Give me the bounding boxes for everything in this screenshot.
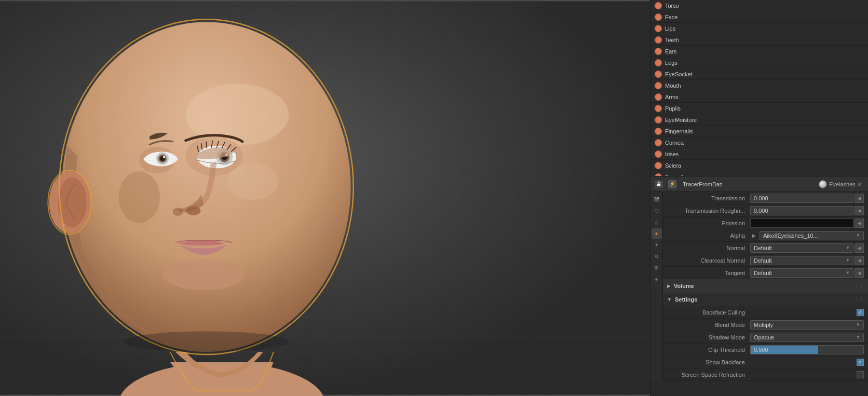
settings-section-header[interactable]: ▼ Settings ⋮⋮ (663, 293, 868, 306)
right-panel: Torso Face Lips Teeth Ears Legs EyeSocke… (650, 0, 868, 396)
blend-mode-row: Blend Mode Multiply ▼ (663, 319, 868, 331)
material-icon-arms (655, 93, 662, 101)
clip-threshold-row: Clip Threshold 0.500 (663, 344, 868, 356)
clearcoat-normal-dropdown[interactable]: Default ▼ (750, 256, 853, 265)
material-item-sclera[interactable]: Sclera (650, 160, 868, 171)
close-panel-button[interactable]: × (856, 180, 864, 188)
material-item-arms[interactable]: Arms (650, 91, 868, 103)
blend-mode-dropdown[interactable]: Multiply ▼ (750, 320, 864, 330)
sidebar-particles-icon[interactable]: ✦ (652, 240, 662, 250)
shadow-mode-value-text: Opaque (754, 334, 774, 340)
sidebar-material-icon[interactable]: ● (652, 228, 662, 239)
volume-section-options: ⋮⋮ (855, 283, 864, 289)
screen-refraction-checkbox[interactable] (857, 371, 864, 378)
material-item-torso[interactable]: Torso (650, 0, 868, 11)
material-item-face[interactable]: Face (650, 11, 868, 23)
materials-list: Torso Face Lips Teeth Ears Legs EyeSocke… (650, 0, 868, 176)
alpha-row: Alpha ▶ Aiko8Eyelashes_10... ▼ (663, 229, 868, 242)
properties-panel: 💾 ⚡ TracerFromDaz Eyelashes × 🎬 ⬡ △ ● ✦ … (650, 176, 868, 396)
material-name-mouth: Mouth (665, 83, 681, 89)
panel-material-name: Eyelashes (829, 181, 856, 187)
normal-expand-btn[interactable]: ◀ (855, 243, 864, 253)
material-item-irises[interactable]: Irises (650, 148, 868, 160)
material-item-lips[interactable]: Lips (650, 23, 868, 34)
material-name-eyesocket: EyeSocket (665, 71, 693, 77)
material-icon-pupils (655, 105, 662, 112)
clip-threshold-value-text: 0.500 (754, 347, 768, 353)
backface-culling-checkbox[interactable]: ✓ (857, 309, 864, 316)
tangent-dropdown[interactable]: Default ▼ (750, 268, 853, 278)
alpha-value-text: Aiko8Eyelashes_10... (763, 233, 818, 239)
tangent-expand-btn[interactable]: ◀ (855, 268, 864, 278)
svg-point-32 (162, 259, 245, 290)
emission-row: Emission ◀ (663, 217, 868, 229)
shadow-mode-dropdown-arrow: ▼ (856, 335, 860, 339)
save-icon[interactable]: 💾 (655, 180, 663, 188)
sidebar-scene-icon[interactable]: 🎬 (652, 194, 662, 204)
material-name-eyemoisture: EyeMoisture (665, 117, 697, 123)
alpha-dropdown-arrow: ▼ (856, 233, 860, 238)
properties-panel-header: 💾 ⚡ TracerFromDaz Eyelashes × (650, 176, 868, 192)
material-sphere-icon (819, 180, 827, 188)
clearcoat-normal-dropdown-arrow: ▼ (846, 258, 850, 263)
material-name-lips: Lips (665, 25, 675, 32)
material-icon-eyesocket (655, 71, 662, 78)
material-icon-sclera (655, 162, 662, 169)
material-name-sclera: Sclera (665, 162, 681, 169)
render-area (0, 0, 650, 396)
material-name-irises: Irises (665, 151, 679, 157)
show-backface-label: Show Backface (667, 359, 750, 365)
blend-mode-dropdown-arrow: ▼ (856, 322, 860, 327)
transmission-roughness-value[interactable]: 0.000 (750, 206, 853, 215)
svg-point-27 (162, 156, 165, 158)
clearcoat-normal-row: Clearcoat Normal Default ▼ ◀ (663, 254, 868, 267)
material-item-mouth[interactable]: Mouth (650, 80, 868, 91)
material-name-fingernails: Fingernails (665, 128, 693, 134)
material-name-cornea: Cornea (665, 140, 684, 146)
svg-point-30 (227, 163, 278, 200)
settings-section-arrow: ▼ (667, 297, 672, 302)
sidebar-constraints-icon[interactable]: ⊞ (652, 263, 662, 273)
material-icon-fingernails (655, 128, 662, 135)
material-item-eyesocket[interactable]: EyeSocket (650, 69, 868, 80)
props-content: Transmission 0.000 ◀ Transmission Roughn… (663, 192, 868, 381)
backface-culling-row: Backface Culling ✓ (663, 306, 868, 319)
transmission-expand-btn[interactable]: ◀ (855, 194, 864, 203)
tangent-row: Tangent Default ▼ ◀ (663, 267, 868, 279)
emission-label: Emission (667, 220, 750, 226)
sidebar-data-icon[interactable]: ◈ (652, 274, 662, 284)
clip-threshold-slider[interactable]: 0.500 (750, 345, 864, 354)
clearcoat-normal-expand-btn[interactable]: ◀ (855, 256, 864, 265)
transmission-value[interactable]: 0.000 (750, 194, 853, 203)
show-backface-checkbox[interactable]: ✓ (857, 359, 864, 366)
material-item-cornea[interactable]: Cornea (650, 137, 868, 148)
material-name-face: Face (665, 14, 677, 20)
volume-section-header[interactable]: ▶ Volume ⋮⋮ (663, 279, 868, 293)
material-item-legs[interactable]: Legs (650, 57, 868, 69)
volume-section-arrow: ▶ (667, 283, 671, 289)
material-item-ears[interactable]: Ears (650, 46, 868, 57)
material-item-eyemoisture[interactable]: EyeMoisture (650, 114, 868, 126)
screen-refraction-row: Screen Space Refraction (663, 368, 868, 381)
sidebar-object-icon[interactable]: ⬡ (652, 206, 662, 216)
normal-dropdown[interactable]: Default ▼ (750, 243, 853, 253)
svg-point-13 (62, 22, 350, 352)
alpha-value[interactable]: Aiko8Eyelashes_10... ▼ (760, 231, 864, 240)
material-item-toenails[interactable]: Toenails (650, 171, 868, 176)
sidebar-physics-icon[interactable]: ⚙ (652, 251, 662, 262)
shadow-mode-dropdown[interactable]: Opaque ▼ (750, 333, 864, 342)
tangent-value-text: Default (754, 270, 772, 276)
sidebar-mesh-icon[interactable]: △ (652, 217, 662, 227)
emission-expand-btn[interactable]: ◀ (855, 219, 864, 228)
emission-value[interactable] (750, 219, 853, 228)
material-item-pupils[interactable]: Pupils (650, 103, 868, 114)
material-item-teeth[interactable]: Teeth (650, 34, 868, 46)
material-name-pupils: Pupils (665, 105, 681, 112)
transmission-roughness-expand-btn[interactable]: ◀ (855, 206, 864, 215)
alpha-expand-icon[interactable]: ▶ (750, 232, 757, 239)
normal-value-text: Default (754, 245, 772, 251)
shadow-mode-row: Shadow Mode Opaque ▼ (663, 331, 868, 344)
svg-point-31 (119, 171, 160, 223)
material-item-fingernails[interactable]: Fingernails (650, 126, 868, 137)
viewport (0, 0, 650, 396)
